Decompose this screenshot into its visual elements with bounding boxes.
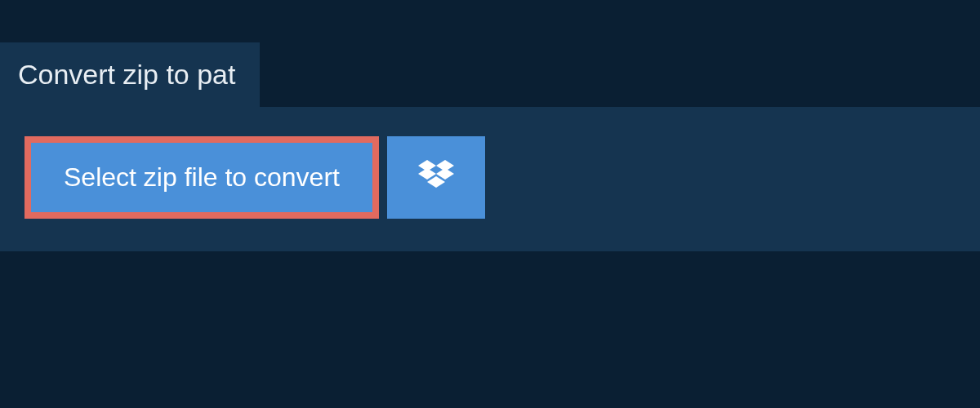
conversion-tab: Convert zip to pat — [0, 42, 260, 107]
page-title: Convert zip to pat — [18, 59, 235, 91]
file-selection-area: Select zip file to convert — [0, 107, 980, 251]
select-file-label: Select zip file to convert — [64, 162, 340, 193]
dropbox-button[interactable] — [387, 136, 485, 219]
dropbox-icon — [418, 160, 454, 196]
select-file-button[interactable]: Select zip file to convert — [24, 136, 379, 219]
